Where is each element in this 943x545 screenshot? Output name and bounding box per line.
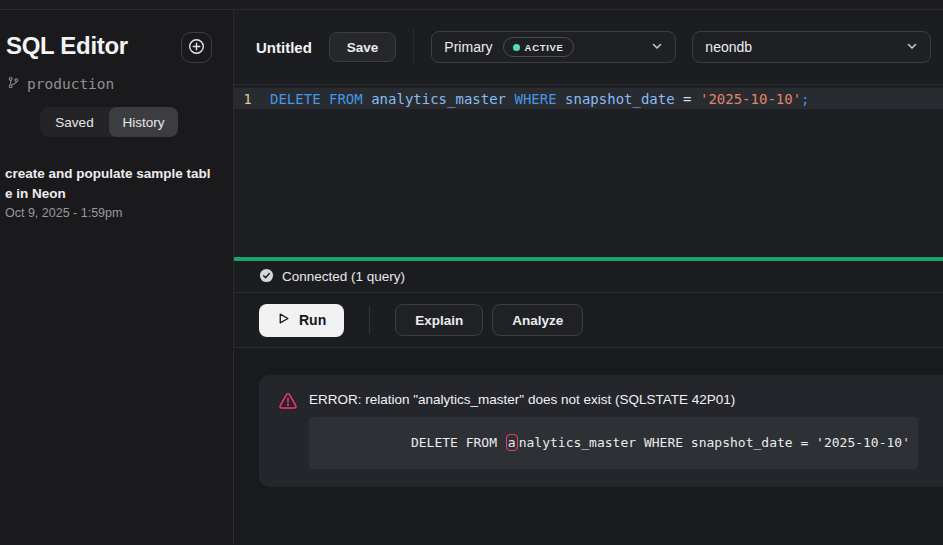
sidebar: SQL Editor production Saved	[0, 10, 234, 544]
active-status-badge: ACTIVE	[503, 37, 574, 57]
error-panel: ERROR: relation "analytics_master" does …	[259, 375, 943, 487]
database-select-dropdown[interactable]: neondb	[692, 31, 931, 63]
results-area: ERROR: relation "analytics_master" does …	[234, 348, 943, 544]
branch-name: production	[27, 76, 114, 92]
new-query-button[interactable]	[181, 32, 212, 63]
error-code-before: DELETE FROM	[411, 435, 505, 450]
play-icon	[277, 312, 290, 328]
history-item-title: create and populate sample table in Neon	[5, 164, 211, 203]
active-dot-icon	[513, 44, 520, 51]
error-position-marker: a	[506, 434, 518, 451]
analyze-button[interactable]: Analyze	[492, 304, 583, 336]
history-item-timestamp: Oct 9, 2025 - 1:59pm	[5, 206, 211, 220]
branch-select-value: Primary	[444, 39, 492, 55]
branch-select-dropdown[interactable]: Primary ACTIVE	[431, 31, 676, 63]
connection-status-bar: Connected (1 query)	[234, 261, 943, 293]
query-title[interactable]: Untitled	[256, 39, 312, 56]
save-button[interactable]: Save	[329, 32, 397, 62]
page-title: SQL Editor	[6, 32, 128, 60]
chevron-down-icon	[906, 38, 918, 56]
circle-plus-icon	[188, 38, 205, 58]
main-panel: Untitled Save Primary ACTIVE neondb	[234, 10, 943, 544]
saved-history-tabs: Saved History	[40, 107, 178, 137]
connection-status-text: Connected (1 query)	[282, 269, 405, 284]
error-message: ERROR: relation "analytics_master" does …	[309, 391, 918, 409]
git-branch-icon	[7, 76, 20, 92]
tab-saved[interactable]: Saved	[40, 107, 109, 137]
app-root: SQL Editor production Saved	[0, 10, 943, 544]
tab-history[interactable]: History	[109, 107, 178, 137]
error-query-snippet: DELETE FROM analytics_master WHERE snaps…	[309, 417, 918, 469]
sql-code-editor[interactable]: 1 DELETE FROM analytics_master WHERE sna…	[234, 85, 943, 257]
window-top-strip	[0, 0, 943, 10]
explain-button[interactable]: Explain	[395, 304, 483, 336]
editor-toolbar: Untitled Save Primary ACTIVE neondb	[234, 10, 943, 85]
actions-divider	[369, 306, 370, 334]
error-code-after: nalytics_master WHERE snapshot_date = '2…	[519, 435, 910, 450]
line-number: 1	[234, 91, 261, 107]
history-list-item[interactable]: create and populate sample table in Neon…	[5, 164, 211, 220]
error-body: ERROR: relation "analytics_master" does …	[309, 391, 918, 469]
editor-active-line: 1 DELETE FROM analytics_master WHERE sna…	[234, 88, 943, 109]
database-select-value: neondb	[705, 39, 752, 55]
warning-triangle-icon	[278, 391, 298, 415]
check-circle-icon	[259, 268, 274, 286]
query-actions-row: Run Explain Analyze	[234, 293, 943, 348]
run-button[interactable]: Run	[259, 304, 344, 337]
toolbar-divider	[413, 29, 414, 65]
sql-statement: DELETE FROM analytics_master WHERE snaps…	[270, 91, 810, 107]
run-button-label: Run	[299, 312, 326, 328]
chevron-down-icon	[651, 38, 663, 56]
active-badge-label: ACTIVE	[525, 42, 564, 53]
branch-indicator: production	[7, 76, 114, 92]
